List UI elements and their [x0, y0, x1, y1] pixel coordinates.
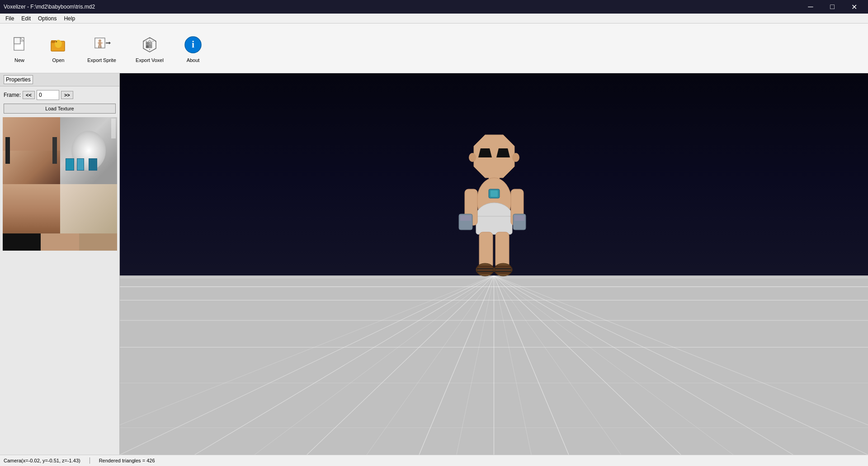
svg-rect-1 [14, 38, 20, 44]
svg-rect-15 [100, 46, 101, 48]
export-voxel-button[interactable]: Export Voxel [129, 28, 170, 69]
texture-q1 [3, 117, 60, 184]
titlebar-title: Voxelizer - F:\md2\babyboom\tris.md2 [4, 4, 800, 10]
svg-rect-59 [476, 216, 512, 234]
main-content: Properties Frame: << >> Load Texture [0, 73, 868, 455]
open-label: Open [52, 57, 65, 63]
svg-rect-67 [514, 215, 524, 221]
titlebar-controls: ─ □ ✕ [800, 0, 864, 14]
svg-point-10 [99, 39, 101, 42]
new-button[interactable]: New [4, 28, 35, 69]
ground [120, 276, 868, 455]
triangles-status: Rendered triangles = 426 [99, 458, 155, 463]
texture-canvas [3, 117, 117, 251]
open-icon [47, 34, 69, 56]
export-sprite-label: Export Sprite [87, 57, 116, 63]
character-svg [440, 121, 548, 302]
camera-status: Camera(x=-0.02, y=-0.51, z=-1.43) [4, 458, 80, 463]
svg-rect-14 [99, 46, 99, 48]
svg-rect-70 [477, 266, 493, 273]
color-swatch-black [3, 233, 41, 251]
export-sprite-button[interactable]: Export Sprite [81, 28, 122, 69]
svg-point-55 [512, 153, 519, 162]
svg-rect-75 [495, 266, 511, 273]
texture-preview [3, 117, 117, 251]
character-model [440, 121, 548, 302]
svg-point-54 [469, 153, 476, 162]
svg-marker-17 [109, 42, 111, 44]
properties-tab-label[interactable]: Properties [4, 75, 33, 84]
frame-input[interactable] [37, 90, 59, 100]
svg-rect-23 [146, 45, 149, 48]
svg-point-5 [55, 40, 62, 48]
new-icon [9, 34, 30, 56]
svg-rect-21 [146, 42, 149, 45]
svg-rect-24 [149, 45, 152, 48]
frame-label: Frame: [4, 92, 21, 98]
svg-rect-22 [149, 42, 152, 45]
export-voxel-icon [139, 34, 160, 56]
color-swatch-tan [41, 233, 79, 251]
maximize-button[interactable]: □ [822, 0, 843, 14]
properties-tab: Properties [0, 73, 119, 86]
titlebar: Voxelizer - F:\md2\babyboom\tris.md2 ─ □… [0, 0, 868, 14]
color-swatch-brown [79, 233, 117, 251]
frame-row: Frame: << >> [0, 86, 119, 104]
svg-rect-73 [495, 232, 509, 268]
menu-file[interactable]: File [2, 14, 18, 23]
grid-svg [120, 276, 868, 455]
texture-bottom-strip [3, 233, 117, 251]
minimize-button[interactable]: ─ [800, 0, 821, 14]
svg-marker-52 [478, 148, 492, 157]
frame-prev-button[interactable]: << [23, 91, 35, 99]
svg-rect-13 [101, 43, 103, 43]
export-voxel-label: Export Voxel [136, 57, 164, 63]
about-icon: i [182, 34, 204, 56]
load-texture-button[interactable]: Load Texture [4, 104, 116, 114]
statusbar: Camera(x=-0.02, y=-0.51, z=-1.43) Render… [0, 455, 868, 466]
menu-help[interactable]: Help [60, 14, 79, 23]
frame-next-button[interactable]: >> [61, 91, 73, 99]
left-panel: Properties Frame: << >> Load Texture [0, 73, 120, 455]
menubar: File Edit Options Help [0, 14, 868, 24]
about-button[interactable]: i About [177, 28, 209, 69]
new-label: New [14, 57, 24, 63]
svg-rect-12 [98, 43, 99, 43]
menu-edit[interactable]: Edit [18, 14, 34, 23]
export-sprite-icon [91, 34, 113, 56]
open-button[interactable]: Open [42, 28, 74, 69]
menu-options[interactable]: Options [34, 14, 60, 23]
viewport[interactable] [120, 73, 868, 455]
toolbar: New Open [0, 24, 868, 73]
svg-text:i: i [192, 39, 194, 49]
svg-rect-61 [491, 190, 498, 197]
texture-q2 [60, 117, 118, 184]
statusbar-divider [90, 457, 90, 464]
svg-marker-53 [496, 148, 510, 157]
close-button[interactable]: ✕ [844, 0, 864, 14]
svg-point-8 [56, 41, 57, 42]
about-label: About [187, 57, 200, 63]
svg-rect-64 [460, 215, 471, 221]
svg-rect-68 [479, 232, 493, 268]
